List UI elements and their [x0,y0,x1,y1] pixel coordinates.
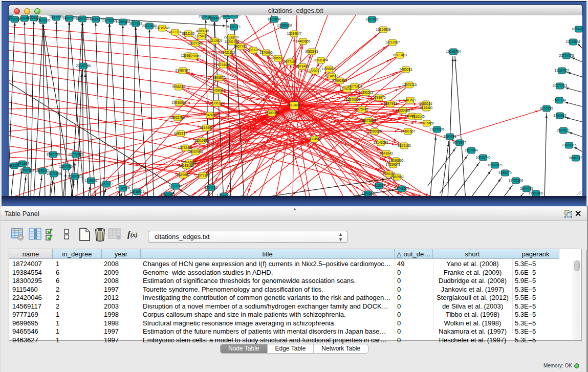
svg-text:2457954: 2457954 [465,148,478,152]
svg-text:15076749: 15076749 [47,172,61,176]
svg-text:2077105: 2077105 [284,60,297,63]
svg-text:8396759: 8396759 [47,152,60,156]
svg-text:8685577: 8685577 [271,56,285,60]
svg-text:5188470: 5188470 [498,171,512,174]
svg-text:8029889: 8029889 [187,54,201,58]
svg-text:10334531: 10334531 [68,174,82,178]
svg-text:10057945: 10057945 [188,150,203,154]
svg-text:10327246: 10327246 [188,41,203,45]
svg-text:16072954: 16072954 [59,165,74,168]
svg-text:5793975: 5793975 [373,96,386,99]
svg-text:8811165: 8811165 [182,32,195,35]
svg-text:22330030: 22330030 [224,35,239,39]
svg-text:16510878: 16510878 [194,139,209,142]
svg-text:9983893: 9983893 [305,50,318,53]
svg-text:2876966: 2876966 [259,51,273,54]
svg-text:20031404: 20031404 [314,58,329,62]
svg-text:8489709: 8489709 [62,16,76,20]
svg-text:11881122: 11881122 [246,48,260,52]
svg-text:3644095: 3644095 [520,187,533,190]
svg-text:13701506: 13701506 [509,179,524,182]
svg-text:16213925: 16213925 [208,39,223,42]
svg-text:19688132: 19688132 [179,164,194,167]
svg-text:21754078: 21754078 [559,54,574,57]
svg-text:23487347: 23487347 [176,69,190,72]
svg-text:12294238: 12294238 [217,194,232,196]
svg-text:11558837: 11558837 [322,67,337,71]
svg-text:4112034: 4112034 [373,184,386,187]
svg-text:18300295: 18300295 [265,111,279,115]
svg-text:12416912: 12416912 [130,190,145,193]
svg-text:8369062: 8369062 [177,173,190,177]
svg-text:21439044: 21439044 [210,89,225,92]
svg-text:10837430: 10837430 [572,27,582,31]
svg-text:22992872: 22992872 [333,79,347,82]
svg-text:9958289: 9958289 [172,85,185,89]
svg-text:20615450: 20615450 [420,121,434,125]
svg-text:6357277: 6357277 [100,182,113,186]
svg-text:23706266: 23706266 [102,18,117,22]
svg-text:5682115: 5682115 [76,17,89,20]
svg-text:9816145: 9816145 [411,115,425,118]
svg-text:5641643: 5641643 [380,151,393,155]
svg-text:8646997: 8646997 [569,156,582,160]
svg-text:22093651: 22093651 [566,40,581,43]
svg-text:8134562: 8134562 [325,74,338,78]
svg-text:8224730: 8224730 [204,186,217,189]
svg-text:22570529: 22570529 [346,98,361,101]
svg-text:20691406: 20691406 [36,18,51,22]
svg-text:9875847: 9875847 [453,141,466,144]
svg-text:20053346: 20053346 [76,64,91,68]
svg-text:13732411: 13732411 [178,146,193,149]
svg-text:9217207: 9217207 [50,15,63,19]
svg-text:10710248: 10710248 [155,26,170,30]
svg-text:9463627: 9463627 [403,98,417,102]
svg-text:6457765: 6457765 [234,45,247,48]
svg-text:2087682: 2087682 [365,17,379,21]
svg-text:13754919: 13754919 [194,34,209,38]
svg-text:17956909: 17956909 [277,24,292,27]
svg-text:16154808: 16154808 [376,28,391,31]
svg-text:1890399: 1890399 [443,135,456,138]
svg-text:3917183: 3917183 [129,21,142,25]
svg-text:23936053: 23936053 [172,101,187,104]
svg-text:6217026: 6217026 [169,184,182,188]
svg-text:23188315: 23188315 [562,143,577,147]
svg-text:17559643: 17559643 [386,163,401,166]
svg-text:14275203: 14275203 [347,84,362,88]
svg-text:13421212: 13421212 [221,51,235,54]
svg-text:22806503: 22806503 [19,168,34,172]
svg-text:11584847: 11584847 [287,32,302,35]
svg-text:8336273: 8336273 [227,25,241,29]
svg-text:6482877: 6482877 [174,132,187,135]
svg-text:22306335: 22306335 [209,101,224,105]
svg-text:13134457: 13134457 [555,69,570,72]
svg-text:12213967: 12213967 [385,40,400,44]
svg-text:19523409: 19523409 [529,191,543,195]
svg-text:4143890: 4143890 [227,15,241,17]
svg-text:7485063: 7485063 [399,68,412,71]
svg-text:1218062: 1218062 [84,179,98,182]
svg-text:18922760: 18922760 [170,116,185,119]
svg-text:19836388: 19836388 [396,108,410,112]
svg-text:9115460: 9115460 [420,106,433,110]
svg-text:2580963: 2580963 [390,175,404,179]
svg-text:15375853: 15375853 [361,119,376,122]
svg-text:13146585: 13146585 [374,141,388,144]
svg-text:3677374: 3677374 [168,30,182,34]
svg-text:20372723: 20372723 [553,84,568,87]
svg-text:9887903: 9887903 [384,102,397,105]
svg-text:20580115: 20580115 [367,129,382,133]
svg-text:13241736: 13241736 [225,40,239,43]
svg-text:16415740: 16415740 [476,156,491,159]
svg-text:16648784: 16648784 [446,50,461,53]
svg-text:4439167: 4439167 [89,17,102,21]
svg-text:18992829: 18992829 [488,163,503,167]
svg-text:4389045: 4389045 [196,29,209,33]
svg-text:9275445: 9275445 [355,107,368,111]
svg-text:21200396: 21200396 [430,127,445,131]
svg-text:14401657: 14401657 [401,129,416,133]
svg-text:22744459: 22744459 [216,63,231,67]
svg-text:8079409: 8079409 [296,64,309,68]
svg-text:20772475: 20772475 [69,152,83,156]
